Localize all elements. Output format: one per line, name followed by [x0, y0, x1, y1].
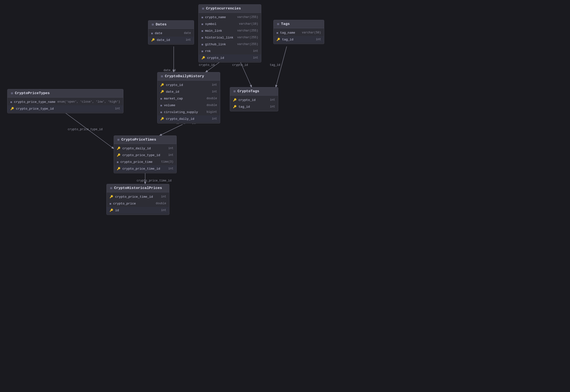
table-cryptotags: ⊞ CryptoTags 🔑 crypto_id int 🔑 tag_id in… [230, 87, 278, 111]
table-grid-icon-cpt: ⊞ [11, 91, 13, 95]
table-grid-icon-tags: ⊞ [277, 22, 279, 26]
table-header-cryptodailyhistory: ⊞ CryptoDailyHistory [157, 72, 220, 81]
table-name-cryptotags: CryptoTags [237, 89, 259, 93]
field-cptimes-time-id-pk: 🔑 crypto_price_time_id int [114, 165, 176, 172]
field-icon-cptimes-time: ▣ [117, 160, 119, 164]
pk-icon-date-id: 🔑 [151, 38, 155, 42]
table-name-cptimes: CryptoPriceTimes [121, 138, 156, 142]
table-rows-chp: 🔑 crypto_price_time_id int ▣ crypto_pric… [107, 192, 169, 215]
fk-icon-cdh-date-id: 🔑 [160, 90, 164, 94]
field-cptimes-time: ▣ crypto_price_time time(3) [114, 158, 176, 165]
table-header-cpt: ⊞ CryptoPriceTypes [8, 89, 123, 98]
field-icon-rnk: ▣ [202, 50, 203, 53]
table-name-cpt: CryptoPriceTypes [15, 91, 50, 95]
field-chp-id-pk: 🔑 id int [107, 207, 169, 214]
label-date-id: date_id [164, 69, 176, 72]
field-icon-date: ▣ [151, 32, 153, 35]
field-cdh-crypto-id: 🔑 crypto_id int [157, 82, 220, 88]
table-rows-cptimes: 🔑 crypto_daily_id int 🔑 crypto_price_typ… [114, 144, 176, 173]
table-rows-cdh: 🔑 crypto_id int 🔑 date_id int ▣ market_c… [157, 81, 220, 123]
table-grid-icon-dates: ⊞ [152, 23, 154, 27]
field-cdh-volume: ▣ volume double [157, 102, 220, 109]
label-crypto-id-right: crypto_id [232, 63, 248, 67]
field-crypto-name: ▣ crypto_name varchar(255) [199, 14, 261, 21]
pk-icon-cdh-crypto-daily-id: 🔑 [160, 117, 164, 121]
field-date-id-pk: 🔑 date_id int [148, 37, 194, 43]
pk-icon-crypto-id: 🔑 [202, 56, 205, 60]
table-rows-cryptotags: 🔑 crypto_id int 🔑 tag_id int [230, 96, 278, 111]
field-icon-symbol: ▣ [202, 23, 203, 26]
field-chp-price: ▣ crypto_price double [107, 200, 169, 207]
field-cdh-date-id: 🔑 date_id int [157, 88, 220, 95]
pk-icon-chp-id: 🔑 [110, 209, 113, 212]
table-header-cptimes: ⊞ CryptoPriceTimes [114, 136, 176, 144]
field-icon-github-link: ▣ [202, 43, 203, 46]
diagram-canvas: date_id crypto_id crypto_id tag_id crypt… [0, 0, 570, 392]
table-grid-icon-chp: ⊞ [110, 186, 112, 190]
connectors-svg [0, 0, 570, 392]
pk-icon-tag-id: 🔑 [277, 38, 280, 41]
field-github-link: ▣ github_link varchar(255) [199, 41, 261, 48]
field-crypto-id-pk: 🔑 crypto_id int [199, 55, 261, 61]
field-icon-historical-link: ▣ [202, 36, 203, 39]
table-cryptodailyhistory: ⊞ CryptoDailyHistory 🔑 crypto_id int 🔑 d… [157, 72, 220, 123]
fk-icon-ct-tag-id: 🔑 [233, 105, 236, 109]
field-cptimes-daily-id: 🔑 crypto_daily_id int [114, 145, 176, 152]
field-ct-crypto-id: 🔑 crypto_id int [230, 97, 278, 103]
field-date: ▣ date date [148, 30, 194, 37]
table-rows-cpt: ▣ crypto_price_type_name enum('open', 'c… [8, 98, 123, 113]
field-icon-cpt-name: ▣ [10, 100, 12, 104]
table-name-cryptodailyhistory: CryptoDailyHistory [165, 74, 204, 78]
field-cdh-crypto-daily-id-pk: 🔑 crypto_daily_id int [157, 115, 220, 122]
label-crypto-price-type-id: crypto_price_type_id [68, 128, 103, 131]
table-cryptopricetypes: ⊞ CryptoPriceTypes ▣ crypto_price_type_n… [7, 89, 123, 113]
fk-icon-cptimes-type-id: 🔑 [117, 154, 121, 157]
label-crypto-id-left: crypto_id [199, 63, 215, 67]
field-icon-chp-price: ▣ [110, 202, 111, 205]
table-rows-cryptocurrencies: ▣ crypto_name varchar(255) ▣ symbol varc… [199, 13, 261, 62]
svg-line-4 [160, 124, 183, 136]
field-cdh-circulating-supply: ▣ circulating_supply bigint [157, 109, 220, 115]
table-grid-icon-cdh: ⊞ [161, 74, 163, 78]
pk-icon-cpt-id: 🔑 [10, 107, 14, 111]
label-crypto-price-time-id: crypto_price_time_id [137, 179, 171, 182]
table-header-tags: ⊞ Tags [274, 20, 324, 28]
table-name-chp: CryptoHistoricalPrices [114, 186, 162, 190]
table-grid-icon-ct: ⊞ [234, 89, 236, 93]
table-rows-dates: ▣ date date 🔑 date_id int [148, 29, 194, 44]
table-header-dates: ⊞ Dates [148, 21, 194, 29]
field-cpt-id-pk: 🔑 crypto_price_type_id int [8, 105, 123, 112]
table-header-cryptotags: ⊞ CryptoTags [230, 87, 278, 96]
field-cdh-market-cap: ▣ market_cap double [157, 95, 220, 102]
field-icon-tag-name: ▣ [277, 31, 278, 34]
field-chp-time-id: 🔑 crypto_price_time_id int [107, 193, 169, 200]
field-cptimes-type-id: 🔑 crypto_price_type_id int [114, 152, 176, 158]
table-tags: ⊞ Tags ▣ tag_name varchar(50) 🔑 tag_id i… [273, 20, 324, 44]
field-tag-name: ▣ tag_name varchar(50) [274, 29, 324, 36]
table-rows-tags: ▣ tag_name varchar(50) 🔑 tag_id int [274, 28, 324, 44]
table-header-cryptocurrencies: ⊞ Cryptocurrencies [199, 5, 261, 13]
svg-line-3 [276, 46, 287, 87]
table-name-dates: Dates [155, 23, 167, 27]
field-symbol: ▣ symbol varchar(10) [199, 21, 261, 27]
field-icon-cdh-market-cap: ▣ [160, 97, 162, 100]
field-cpt-name: ▣ crypto_price_type_name enum('open', 'c… [8, 98, 123, 105]
table-header-chp: ⊞ CryptoHistoricalPrices [107, 184, 169, 192]
table-cryptocurrencies: ⊞ Cryptocurrencies ▣ crypto_name varchar… [198, 4, 261, 62]
field-icon-main-link: ▣ [202, 29, 203, 32]
fk-icon-cdh-crypto-id: 🔑 [160, 83, 164, 87]
field-icon-cdh-volume: ▣ [160, 104, 162, 107]
field-ct-tag-id: 🔑 tag_id int [230, 103, 278, 110]
label-tag-id: tag_id [270, 63, 280, 67]
table-cryptohistoricalprices: ⊞ CryptoHistoricalPrices 🔑 crypto_price_… [106, 184, 169, 215]
field-tag-id-pk: 🔑 tag_id int [274, 36, 324, 43]
table-grid-icon-cptimes: ⊞ [117, 138, 119, 142]
fk-icon-cptimes-daily-id: 🔑 [117, 147, 121, 150]
table-name-cryptocurrencies: Cryptocurrencies [206, 7, 241, 11]
fk-icon-ct-crypto-id: 🔑 [233, 98, 236, 102]
field-icon-crypto-name: ▣ [202, 16, 203, 19]
table-name-tags: Tags [281, 22, 290, 26]
field-historical-link: ▣ historical_link varchar(255) [199, 34, 261, 41]
table-grid-icon: ⊞ [202, 7, 204, 11]
fk-icon-chp-time-id: 🔑 [110, 195, 113, 199]
